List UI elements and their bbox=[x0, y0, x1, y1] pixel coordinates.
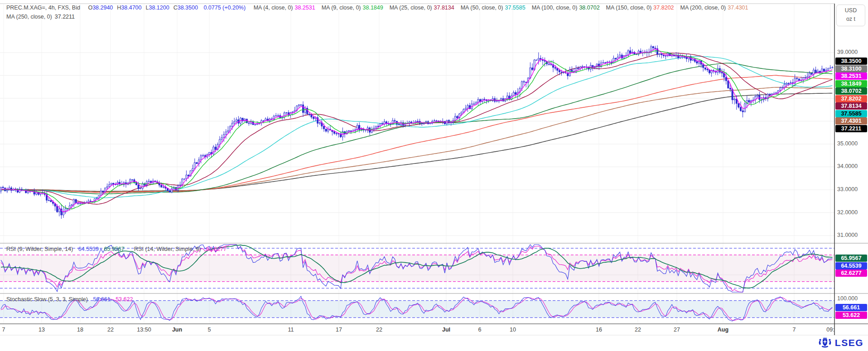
price-tick-label: 39.0000 bbox=[837, 49, 858, 55]
time-tick-label[interactable]: 22 bbox=[376, 327, 382, 333]
chart-legend-line2: MA (250, close, 0)37.2211 bbox=[6, 14, 75, 20]
chart-legend-line1: PREC.M.XAG=, 4h, FXS, Bid O38.2940H38.47… bbox=[6, 5, 754, 11]
unit-box[interactable]: USD oz t bbox=[836, 5, 865, 26]
time-tick-label[interactable]: 13:50 bbox=[137, 327, 151, 333]
ma-legend-item: MA (200, close, 0)37.4301 bbox=[680, 5, 748, 11]
time-tick-label[interactable]: 6 bbox=[478, 327, 482, 333]
quote-fields: O38.2940H38.4700L38.1200C38.3500 bbox=[88, 5, 202, 11]
stochastic-title: Stochastic Slow (5, 3, 3, Simple) bbox=[6, 296, 88, 303]
rsi-smoothed-value: 65.9567 bbox=[104, 246, 124, 252]
unit-currency: USD bbox=[837, 7, 865, 14]
price-axis-tag: 38.0702 bbox=[835, 87, 867, 95]
rsi-title-2: RSI (14, Wilder, Simple, 9) bbox=[134, 246, 201, 252]
price-tick-label: 34.0000 bbox=[837, 163, 858, 169]
price-axis-tag: 38.1849 bbox=[835, 80, 867, 87]
ma-legend: MA (4, close, 0)38.2531MA (9, close, 0)3… bbox=[254, 5, 755, 11]
time-tick-label[interactable]: 7 bbox=[2, 327, 5, 333]
instrument-title: PREC.M.XAG=, 4h, FXS, Bid bbox=[6, 5, 80, 11]
rsi-axis-tag: 64.5539 bbox=[835, 262, 867, 269]
chart-window: PREC.M.XAG=, 4h, FXS, Bid O38.2940H38.47… bbox=[0, 0, 868, 351]
price-axis-tag: 37.8134 bbox=[835, 102, 867, 110]
ma-legend-item: MA (150, close, 0)37.8202 bbox=[606, 5, 674, 11]
price-tick-label: 31.0000 bbox=[837, 232, 858, 238]
stoch-tick-label: 100.000 bbox=[837, 295, 858, 302]
time-tick-label[interactable]: 09: bbox=[826, 327, 834, 333]
stochastic-d-value: 53.622 bbox=[116, 296, 133, 303]
rsi-value-1: 64.5539 bbox=[78, 246, 99, 252]
price-tick-label: 33.0000 bbox=[837, 186, 858, 192]
time-tick-label[interactable]: 11 bbox=[288, 327, 294, 333]
stochastic-legend: Stochastic Slow (5, 3, 3, Simple) 56.661… bbox=[6, 296, 136, 303]
price-axis-tag: 37.2211 bbox=[835, 125, 867, 132]
lseg-wordmark: LSEG bbox=[835, 337, 863, 348]
time-tick-label[interactable]: 27 bbox=[674, 327, 680, 333]
rsi-axis-tag: 62.6277 bbox=[835, 269, 867, 277]
quote-field: H38.4700 bbox=[117, 5, 141, 11]
time-tick-label[interactable]: 22 bbox=[635, 327, 641, 333]
unit-measure: oz t bbox=[837, 16, 865, 22]
time-tick-label[interactable]: Aug bbox=[718, 327, 728, 333]
price-axis-tag: 37.8202 bbox=[835, 95, 867, 102]
quote-field: C38.3500 bbox=[174, 5, 198, 11]
lseg-logo: LSEG bbox=[818, 337, 863, 349]
rsi-legend: RSI (9, Wilder, Simple, 14) 64.5539 65.9… bbox=[6, 246, 230, 252]
time-tick-label[interactable]: 22 bbox=[107, 327, 114, 333]
time-tick-label[interactable]: Jul bbox=[442, 327, 450, 333]
time-tick-label[interactable]: 10 bbox=[510, 327, 516, 333]
quote-field: O38.2940 bbox=[88, 5, 113, 11]
price-axis-tag: 37.4301 bbox=[835, 117, 867, 125]
quote-field: L38.1200 bbox=[146, 5, 169, 11]
ma-legend-item: MA (4, close, 0)38.2531 bbox=[254, 5, 315, 11]
ma-legend-item: MA (50, close, 0)37.5585 bbox=[461, 5, 526, 11]
price-axis-tag: 38.3100 bbox=[835, 65, 867, 72]
stoch-axis-tag: 53.622 bbox=[835, 312, 867, 319]
price-axis-tag: 38.3500 bbox=[835, 58, 867, 65]
price-axis-tag: 38.2531 bbox=[835, 72, 867, 80]
price-tick-label: 35.0000 bbox=[837, 140, 858, 147]
stoch-axis-tag: 56.661 bbox=[835, 304, 867, 311]
time-tick-label[interactable]: 17 bbox=[336, 327, 342, 333]
time-tick-label[interactable]: 13 bbox=[39, 327, 45, 333]
ma-legend-item: MA (100, close, 0)38.0702 bbox=[532, 5, 600, 11]
time-tick-label[interactable]: 7 bbox=[793, 327, 796, 333]
price-tick-label: 32.0000 bbox=[837, 209, 858, 216]
time-tick-label[interactable]: 5 bbox=[208, 327, 211, 333]
rsi-axis-tag: 65.9567 bbox=[835, 255, 867, 262]
lseg-crest-icon bbox=[818, 337, 832, 349]
change-value: 0.0775 (+0.20%) bbox=[203, 5, 246, 11]
rsi-title-1: RSI (9, Wilder, Simple, 14) bbox=[6, 246, 73, 252]
ma-legend-item: MA (9, close, 0)38.1849 bbox=[322, 5, 383, 11]
rsi-value-2: 62.6277 bbox=[206, 246, 227, 252]
price-axis-tag: 37.5585 bbox=[835, 110, 867, 117]
stochastic-k-value: 56.661 bbox=[93, 296, 110, 303]
time-tick-label[interactable]: Jun bbox=[172, 327, 182, 333]
time-tick-label[interactable]: 16 bbox=[596, 327, 602, 333]
ma-legend-item: MA (25, close, 0)37.8134 bbox=[390, 5, 454, 11]
time-tick-label[interactable]: 18 bbox=[77, 327, 83, 333]
